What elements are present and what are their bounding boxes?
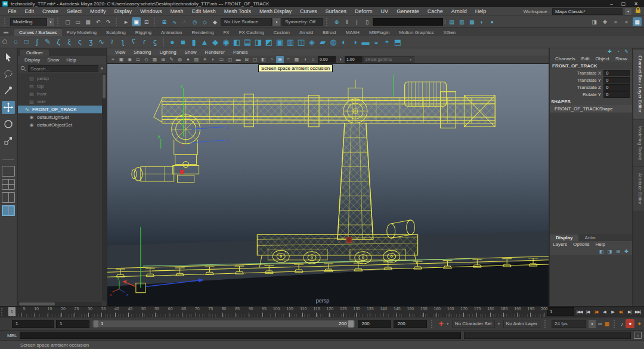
set-keyframe-icon[interactable]: ✚ xyxy=(438,320,443,327)
menu-set-dropdown-arrow-icon[interactable]: ▼ xyxy=(47,18,54,26)
create-layer-from-selected-icon[interactable]: ✚ xyxy=(623,248,630,255)
menu-item[interactable]: Edit Mesh xyxy=(188,8,220,14)
shelf-tab[interactable]: Bifrost xyxy=(318,29,341,36)
shelf-tab[interactable]: Curves / Surfaces xyxy=(14,29,62,36)
layer-editor-menu-item[interactable]: Options xyxy=(570,242,593,247)
viewport-menu-item[interactable]: Shading xyxy=(129,50,155,55)
untrim-icon[interactable]: ◑ xyxy=(349,36,360,47)
render-current-frame-icon[interactable]: ▥ xyxy=(457,17,466,26)
move-tool-button[interactable] xyxy=(2,101,15,114)
move-layer-down-icon[interactable]: ◨ xyxy=(606,248,613,255)
range-end-handle[interactable] xyxy=(348,320,354,328)
outliner-item-side[interactable]: ▤side xyxy=(18,98,106,106)
three-point-arc-icon[interactable]: ς xyxy=(75,36,85,47)
playblast-icon[interactable]: ▦ xyxy=(604,321,609,327)
anim-layer-select[interactable]: No Anim Layer xyxy=(503,320,540,328)
status-group-grip[interactable] xyxy=(116,18,119,26)
shelf-tab[interactable]: MASH xyxy=(341,29,364,36)
outliner-item-defaultobjectset[interactable]: ◉defaultObjectSet xyxy=(18,121,106,129)
viewport-menu-item[interactable]: Lighting xyxy=(156,50,181,55)
save-scene-icon[interactable]: ▦ xyxy=(83,17,92,26)
status-expand-arrow-icon[interactable]: ⟩ xyxy=(444,20,446,24)
menu-item[interactable]: Deform xyxy=(351,8,377,14)
animation-end-field[interactable]: 200 xyxy=(394,320,427,328)
menu-item[interactable]: Display xyxy=(110,8,137,14)
multisample-aa-icon[interactable]: ▩ xyxy=(293,56,301,63)
snap-projected-center-icon[interactable]: ◎ xyxy=(190,17,199,26)
extrude-icon[interactable]: ◩ xyxy=(264,36,274,47)
shelf-tab[interactable]: Rigging xyxy=(131,29,156,36)
layer-editor-menu-item[interactable]: Help xyxy=(593,242,608,247)
menu-set-select[interactable]: Modeling xyxy=(10,18,47,26)
xray-icon[interactable]: ◔ xyxy=(268,56,275,63)
step-back-frame-button[interactable]: |◀ xyxy=(584,308,592,316)
layer-editor-tab[interactable]: Display xyxy=(550,234,578,241)
time-slider-track[interactable]: 5101520253035404550556065707580859095100… xyxy=(8,307,544,317)
lasso-tool-button[interactable] xyxy=(2,67,15,81)
extend-curve-icon[interactable]: ɾ xyxy=(139,36,150,47)
channel-attribute-value[interactable]: 0 xyxy=(603,84,630,91)
bookmarks-icon[interactable]: ◇ xyxy=(143,56,150,63)
menu-item[interactable]: Modify xyxy=(86,8,110,14)
channel-box-layer-toggle-icon[interactable]: ▦ xyxy=(633,17,642,26)
channel-box-toggle-icon[interactable]: ≡ xyxy=(611,17,620,26)
layout-two-pane-button[interactable] xyxy=(2,192,15,203)
cv-curve-icon[interactable]: ξ xyxy=(64,36,75,47)
depth-of-field-icon[interactable]: ◑ xyxy=(301,56,309,63)
tab-channel-box-layer-editor[interactable]: Channel Box / Layer Editor xyxy=(633,50,644,119)
two-point-arc-icon[interactable]: ʒ xyxy=(85,36,96,47)
channel-box-menu-item[interactable]: Edit xyxy=(578,56,593,61)
gamma-field[interactable]: 1.00 xyxy=(345,56,363,63)
viewport-menu-item[interactable]: Show xyxy=(181,50,201,55)
maximize-button[interactable]: ▢ xyxy=(621,1,626,7)
channel-box-menu-item[interactable]: Channels xyxy=(552,56,578,61)
shape-node-row[interactable]: FRONT_OF_TRACKShape xyxy=(550,105,632,112)
outliner-search-dropdown-icon[interactable]: ▼ xyxy=(100,67,104,70)
outliner-menu-item[interactable]: Help xyxy=(63,57,79,63)
create-empty-layer-icon[interactable]: ⊞ xyxy=(615,248,621,255)
image-plane-icon[interactable]: ▦ xyxy=(151,56,159,63)
nurbs-torus-icon[interactable]: ◉ xyxy=(221,36,231,47)
current-frame-field[interactable]: 1 xyxy=(547,307,574,316)
layout-single-pane-button[interactable] xyxy=(2,166,15,177)
menu-item[interactable]: Mesh Tools xyxy=(220,8,255,14)
move-layer-up-icon[interactable]: ◧ xyxy=(598,248,605,255)
go-to-start-button[interactable]: |◀◀ xyxy=(575,308,583,316)
nurbs-circle-icon[interactable]: ○ xyxy=(10,36,21,47)
outliner-search-input[interactable]: Search... xyxy=(28,65,98,72)
layout-four-pane-button[interactable] xyxy=(2,179,15,190)
resolution-gate-icon[interactable]: ◫ xyxy=(226,56,234,63)
script-editor-icon[interactable]: ≡ xyxy=(634,332,642,339)
menu-item[interactable]: Edit xyxy=(21,8,39,14)
outliner-vertical-scrollbar[interactable] xyxy=(102,73,106,301)
safe-action-icon[interactable]: ▢ xyxy=(251,56,259,63)
shelf-tab[interactable]: Poly Modeling xyxy=(62,29,101,36)
outliner-item-persp[interactable]: ▤persp xyxy=(18,75,106,82)
shelf-menu-icon[interactable]: ▬ xyxy=(4,29,8,35)
render-settings-icon[interactable]: ◐ xyxy=(478,17,487,26)
2d-pan-zoom-icon[interactable]: ⊞ xyxy=(159,56,167,63)
pause-viewport-icon[interactable]: ‖ xyxy=(342,17,351,26)
workspace-lock-icon[interactable] xyxy=(636,10,640,13)
time-slider-grip[interactable] xyxy=(1,308,6,316)
detach-curves-icon[interactable]: ʅ xyxy=(117,36,128,47)
channel-attribute-value[interactable]: 0 xyxy=(603,70,630,76)
ep-curve-icon[interactable]: ʃ xyxy=(32,36,42,47)
shelf-tab[interactable]: XGen xyxy=(438,29,460,36)
select-camera-icon[interactable]: ▣ xyxy=(117,56,125,63)
view-transform-select[interactable]: sRGB gamma▼ xyxy=(363,56,414,63)
animation-start-field[interactable]: 1 xyxy=(12,320,54,328)
square-surface-icon[interactable]: ◫ xyxy=(296,36,306,47)
character-set-select[interactable]: No Character Set xyxy=(452,320,495,328)
symmetry-field[interactable]: Symmetry: Off xyxy=(281,18,323,26)
range-slider-track[interactable]: 1 200 xyxy=(92,320,355,328)
menu-item[interactable]: Cache xyxy=(423,8,447,14)
fps-select[interactable]: 24 fps xyxy=(552,320,586,328)
exposure-field[interactable]: 0.00 xyxy=(318,56,336,63)
insert-knot-icon[interactable]: ʕ xyxy=(128,36,139,47)
smooth-shade-icon[interactable]: ● xyxy=(184,56,192,63)
isolate-select-icon[interactable]: ◧ xyxy=(259,56,267,63)
undo-icon[interactable]: ↶ xyxy=(94,17,103,26)
step-back-key-button[interactable]: |◀ xyxy=(592,308,600,316)
status-group-grip[interactable] xyxy=(57,18,60,26)
